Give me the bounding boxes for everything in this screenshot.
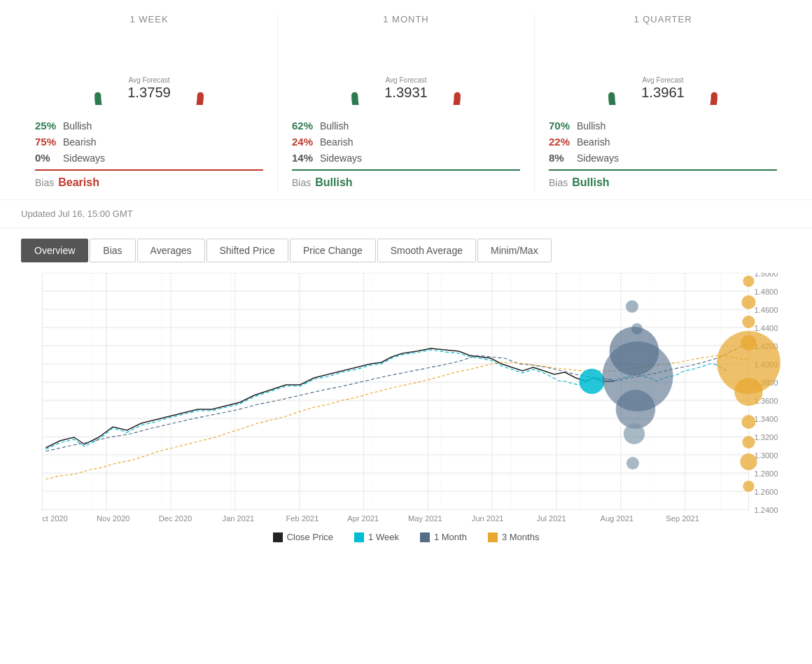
svg-point-63 [616,390,656,429]
svg-point-59 [626,300,638,313]
bullish-label: Bullish [63,120,92,132]
svg-text:Aug 2021: Aug 2021 [601,514,634,523]
stats-section-week: 25% Bullish 75% Bearish 0% Sideways Bias… [35,112,263,192]
update-bar: Updated Jul 16, 15:00 GMT [0,200,812,228]
gauge-panel-week: 1 WEEK Avg Forecast 1.3759 25% Bullish 7… [21,14,277,192]
gauge-container-week: Avg Forecast 1.3759 [79,28,219,105]
sideways-pct: 8% [549,152,577,164]
svg-text:Avg Forecast: Avg Forecast [385,76,426,84]
svg-point-75 [743,481,754,492]
svg-text:1.3200: 1.3200 [755,433,778,442]
bullish-label: Bullish [577,120,606,132]
svg-text:Jul 2021: Jul 2021 [537,514,566,523]
legend-label-1-week: 1 Week [368,532,399,542]
svg-text:Jun 2021: Jun 2021 [472,514,504,523]
svg-point-64 [624,423,645,444]
svg-text:1.2600: 1.2600 [755,488,778,496]
svg-text:Nov 2020: Nov 2020 [97,514,130,523]
tab-minim-max[interactable]: Minim/Max [477,239,552,262]
gauge-panel-quarter: 1 QUARTER Avg Forecast 1.3961 70% Bullis… [534,14,791,192]
tab-shifted-price[interactable]: Shifted Price [206,239,288,262]
svg-text:1.2800: 1.2800 [755,469,778,478]
bias-row-quarter: Bias Bullish [549,176,777,189]
svg-text:Jan 2021: Jan 2021 [223,514,255,523]
sideways-label: Sideways [577,153,619,164]
svg-text:1.3400: 1.3400 [755,415,778,423]
svg-text:Dec 2020: Dec 2020 [159,514,192,523]
stat-row-bullish: 62% Bullish [292,120,520,132]
legend-label-close-price: Close Price [287,532,333,542]
legend-bar: Close Price1 Week1 Month3 Months [21,532,791,542]
bearish-pct: 75% [35,136,63,148]
gauge-title-month: 1 MONTH [383,14,429,24]
stats-section-quarter: 70% Bullish 22% Bearish 8% Sideways Bias… [549,112,777,192]
svg-text:Avg Forecast: Avg Forecast [642,76,683,84]
bullish-pct: 62% [292,120,320,132]
tabs-section: OverviewBiasAveragesShifted PricePrice C… [0,228,812,266]
chart-wrapper: 1.5000 1.4800 1.4600 1.4400 1.4200 1.400… [21,273,791,525]
stat-row-bearish: 75% Bearish [35,136,263,148]
sideways-label: Sideways [63,153,105,164]
bullish-label: Bullish [320,120,349,132]
tab-overview[interactable]: Overview [21,239,88,262]
svg-point-72 [741,415,755,429]
svg-text:1.4400: 1.4400 [755,324,778,332]
bullish-pct: 70% [549,120,577,132]
svg-point-66 [743,276,754,287]
legend-label-3-months: 3 Months [502,532,539,542]
bias-row-month: Bias Bullish [292,176,520,189]
gauge-container-month: Avg Forecast 1.3931 [336,28,476,105]
stats-section-month: 62% Bullish 24% Bearish 14% Sideways Bia… [292,112,520,192]
svg-point-58 [579,369,604,394]
svg-text:Sep 2021: Sep 2021 [666,514,699,523]
sideways-pct: 14% [292,152,320,164]
svg-text:Apr 2021: Apr 2021 [347,514,379,523]
svg-point-73 [742,436,755,448]
bias-text: Bias [35,177,54,188]
top-section: 1 WEEK Avg Forecast 1.3759 25% Bullish 7… [0,0,812,200]
svg-text:Feb 2021: Feb 2021 [286,514,318,523]
sideways-pct: 0% [35,152,63,164]
svg-text:May 2021: May 2021 [408,514,442,523]
stat-row-bullish: 25% Bullish [35,120,263,132]
legend-swatch-1-week [354,532,364,542]
svg-text:1.3759: 1.3759 [127,85,171,100]
svg-point-71 [734,378,762,406]
gauge-panel-month: 1 MONTH Avg Forecast 1.3931 62% Bullish … [277,14,534,192]
svg-text:ct 2020: ct 2020 [42,514,67,523]
bias-value: Bullish [572,176,609,189]
bias-value: Bearish [58,176,99,189]
tab-smooth-average[interactable]: Smooth Average [377,239,476,262]
legend-label-1-month: 1 Month [434,532,467,542]
stat-row-bullish: 70% Bullish [549,120,777,132]
svg-text:1.5000: 1.5000 [755,273,778,278]
legend-item-1-month: 1 Month [420,532,467,542]
svg-text:1.2400: 1.2400 [755,506,778,514]
gauge-title-quarter: 1 QUARTER [634,14,692,24]
bearish-label: Bearish [320,136,353,148]
stat-row-sideways: 14% Sideways [292,152,520,164]
gauge-container-quarter: Avg Forecast 1.3961 [593,28,733,105]
stat-row-bearish: 22% Bearish [549,136,777,148]
svg-text:Avg Forecast: Avg Forecast [128,76,169,84]
svg-point-65 [626,457,639,469]
svg-text:1.4600: 1.4600 [755,306,778,314]
stat-row-sideways: 8% Sideways [549,152,777,164]
bias-text: Bias [292,177,311,188]
bias-text: Bias [549,177,568,188]
tab-averages[interactable]: Averages [137,239,205,262]
update-text: Updated Jul 16, 15:00 GMT [21,209,133,219]
legend-swatch-1-month [420,532,430,542]
svg-point-74 [740,453,757,470]
svg-text:1.3931: 1.3931 [384,85,428,100]
stat-row-bearish: 24% Bearish [292,136,520,148]
tab-bias[interactable]: Bias [90,239,135,262]
legend-item-3-months: 3 Months [488,532,539,542]
tab-price-change[interactable]: Price Change [290,239,376,262]
legend-swatch-close-price [273,532,283,542]
svg-text:1.3000: 1.3000 [755,451,778,460]
svg-text:1.4800: 1.4800 [755,288,778,296]
chart-svg: 1.5000 1.4800 1.4600 1.4400 1.4200 1.400… [21,273,791,525]
chart-area: 1.5000 1.4800 1.4600 1.4400 1.4200 1.400… [0,266,812,556]
legend-item-close-price: Close Price [273,532,333,542]
